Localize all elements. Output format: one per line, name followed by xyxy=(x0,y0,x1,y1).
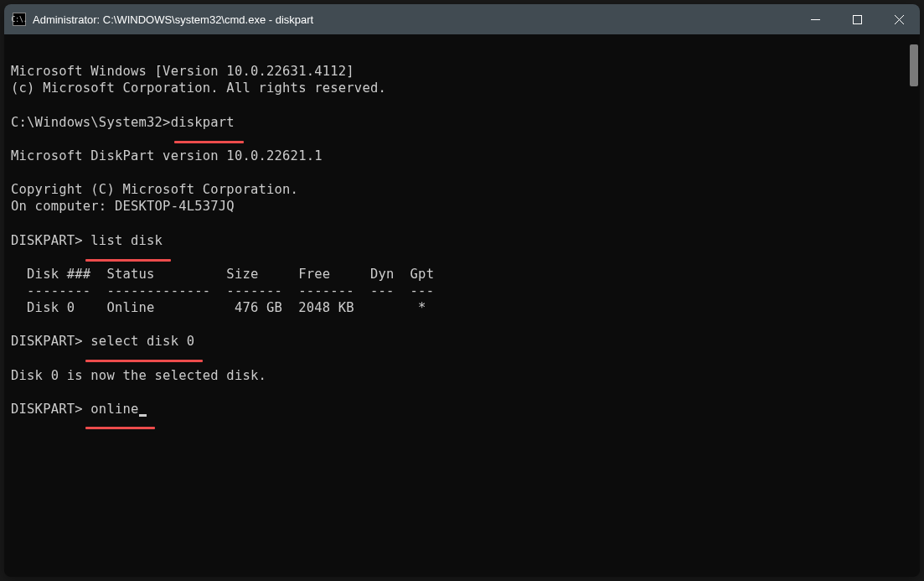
window-controls xyxy=(794,4,920,34)
close-button[interactable] xyxy=(878,4,920,34)
output-line: Microsoft Windows [Version 10.0.22631.41… xyxy=(11,63,913,80)
output-line: On computer: DESKTOP-4L537JQ xyxy=(11,198,913,215)
titlebar[interactable]: C:\. Administrator: C:\WINDOWS\system32\… xyxy=(4,4,920,34)
output-line: Microsoft DiskPart version 10.0.22621.1 xyxy=(11,148,913,164)
prompt-line: DISKPART> list disk xyxy=(11,232,913,249)
annotation-underline xyxy=(85,427,155,429)
blank-line xyxy=(11,131,913,148)
prompt-line: DISKPART> online xyxy=(11,401,913,418)
output-line: (c) Microsoft Corporation. All rights re… xyxy=(11,80,913,96)
annotation-underline xyxy=(85,259,171,262)
cmd-icon: C:\. xyxy=(13,13,26,26)
blank-line xyxy=(11,164,913,181)
command-text: online xyxy=(90,402,138,417)
maximize-button[interactable] xyxy=(836,4,878,34)
diskpart-prompt: DISKPART> xyxy=(11,334,90,349)
minimize-button[interactable] xyxy=(794,4,836,34)
output-line: Copyright (C) Microsoft Corporation. xyxy=(11,181,913,198)
annotation-underline xyxy=(174,141,244,143)
blank-line xyxy=(11,316,913,333)
cursor xyxy=(139,414,147,417)
blank-line xyxy=(11,384,913,401)
annotation-underline xyxy=(85,360,203,362)
blank-line xyxy=(11,249,913,266)
table-header: Disk ### Status Size Free Dyn Gpt xyxy=(11,266,913,283)
command-text: diskpart xyxy=(171,115,235,130)
prompt-line: DISKPART> select disk 0 xyxy=(11,333,913,350)
terminal-output[interactable]: Microsoft Windows [Version 10.0.22631.41… xyxy=(4,34,920,577)
blank-line xyxy=(11,96,913,113)
command-text: list disk xyxy=(90,233,163,248)
blank-line xyxy=(11,350,913,367)
table-row: Disk 0 Online 476 GB 2048 KB * xyxy=(11,299,913,316)
window-title: Administrator: C:\WINDOWS\system32\cmd.e… xyxy=(33,13,794,26)
prompt-line: C:\Windows\System32>diskpart xyxy=(11,114,913,131)
table-divider: -------- ------------- ------- ------- -… xyxy=(11,283,913,299)
scrollbar-thumb[interactable] xyxy=(910,44,918,86)
prompt-path: C:\Windows\System32> xyxy=(11,115,171,130)
blank-line xyxy=(11,215,913,231)
diskpart-prompt: DISKPART> xyxy=(11,233,90,248)
output-line: Disk 0 is now the selected disk. xyxy=(11,367,913,384)
minimize-icon xyxy=(811,15,820,24)
cmd-window: C:\. Administrator: C:\WINDOWS\system32\… xyxy=(4,4,920,577)
command-text: select disk 0 xyxy=(90,334,194,349)
close-icon xyxy=(895,15,904,24)
diskpart-prompt: DISKPART> xyxy=(11,402,90,417)
maximize-icon xyxy=(853,15,862,24)
svg-rect-0 xyxy=(853,15,861,23)
